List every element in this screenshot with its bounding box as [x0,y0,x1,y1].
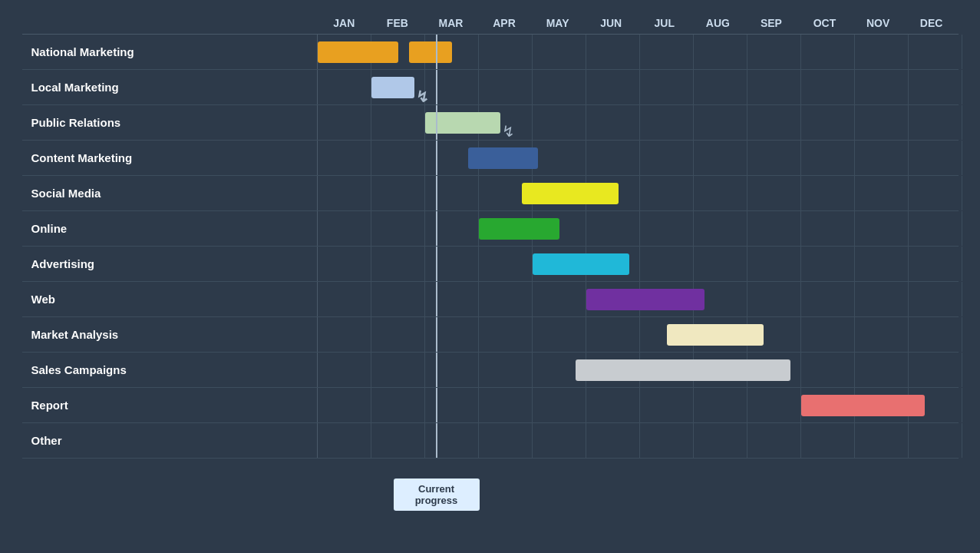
grid-cell [318,282,371,316]
row-grid [318,282,962,316]
grid-cell [318,176,371,210]
grid-cell [747,105,801,140]
current-progress-label: Currentprogress [394,478,480,511]
current-progress-line [436,176,437,210]
row-grid [318,35,962,69]
grid-cell [909,423,962,458]
chart-row: Content Marketing [22,141,959,176]
chart-row: Other [22,423,959,459]
row-grid [318,423,962,458]
grid-cell [694,105,747,140]
grid-cell [533,282,586,316]
grid-cell [640,423,694,458]
grid-cell [640,211,694,246]
current-progress-line [436,105,437,140]
month-headers: JANFEBMARAPRMAYJUNJULAUGSEPOCTNOVDEC [318,17,959,34]
grid-cell [318,317,371,352]
current-progress-line [436,35,437,69]
grid-cell [371,211,425,246]
row-grid [318,317,962,352]
row-label: Advertising [22,247,318,281]
row-label: Local Marketing [22,70,318,104]
row-label: National Marketing [22,35,318,69]
grid-cell [425,353,479,387]
month-header-jun: JUN [584,17,638,34]
grid-cell [694,176,747,210]
row-grid [318,141,962,175]
grid-cell [694,35,747,69]
current-progress-line [436,141,437,175]
grid-cell [479,423,533,458]
grid-cell [855,35,909,69]
month-header-mar: MAR [424,17,478,34]
grid-cell [479,70,533,104]
grid-cell [855,105,909,140]
month-header-nov: NOV [851,17,905,34]
grid-cell [694,388,747,422]
grid-cell [425,388,479,422]
grid-cell [586,141,640,175]
row-label: Report [22,388,318,422]
grid-cell [371,141,425,175]
grid-cell [640,105,694,140]
grid-cell [909,176,962,210]
chart-row: Online [22,211,959,247]
grid-cell [855,353,909,387]
grid-cell [425,211,479,246]
grid-cell [801,247,855,281]
grid-cell [855,282,909,316]
current-progress-line [436,282,437,316]
grid-cell [425,423,479,458]
month-header-sep: SEP [744,17,798,34]
grid-cell [586,105,640,140]
grid-cell [640,176,694,210]
current-progress-line [436,211,437,246]
current-progress-line [436,353,437,387]
grid-cell [479,282,533,316]
grid-cell [801,35,855,69]
grid-cell [909,247,962,281]
current-progress-line [436,388,437,422]
grid-cell [318,141,371,175]
grid-cell [909,70,962,104]
month-header-oct: OCT [798,17,852,34]
grid-cell [909,105,962,140]
grid-cell [855,176,909,210]
grid-cell [801,70,855,104]
grid-cell [533,105,586,140]
month-header-feb: FEB [371,17,424,34]
gantt-container: JANFEBMARAPRMAYJUNJULAUGSEPOCTNOVDEC Nat… [22,17,959,459]
chart-row: Public Relations [22,105,959,141]
row-label: Online [22,211,318,246]
grid-cell [318,353,371,387]
grid-cell [747,423,801,458]
grid-cell [855,141,909,175]
chart-row: Report [22,388,959,423]
chart-row: Market Analysis [22,317,959,353]
grid-cell [371,247,425,281]
grid-cell [586,423,640,458]
grid-cell [425,317,479,352]
grid-cell [586,317,640,352]
grid-cell [909,282,962,316]
gantt-bar [522,183,619,204]
grid-cell [425,176,479,210]
row-grid [318,388,962,422]
month-header-may: MAY [531,17,585,34]
grid-cell [586,211,640,246]
grid-cell [425,70,479,104]
month-header-dec: DEC [905,17,959,34]
row-grid [318,247,962,281]
current-progress-line [436,423,437,458]
grid-cell [801,353,855,387]
row-label: Social Media [22,176,318,210]
chart-row: Local Marketing [22,70,959,105]
gantt-bar [318,41,398,63]
grid-cell [371,105,425,140]
grid-cell [479,388,533,422]
grid-cell [801,176,855,210]
month-header-aug: AUG [691,17,745,34]
grid-cell [533,35,586,69]
grid-cell [318,105,371,140]
grid-cell [318,388,371,422]
